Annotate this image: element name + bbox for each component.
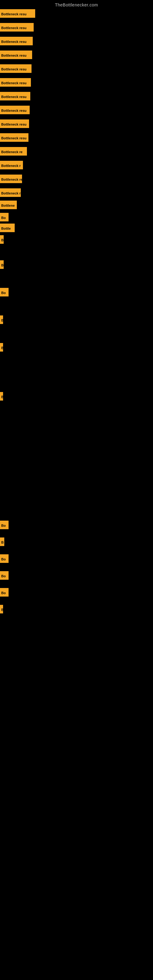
bar-item-12: Bottleneck re <box>0 175 22 183</box>
bar-item-9: Bottleneck resu <box>0 133 29 142</box>
bar-item-18: B <box>0 260 4 269</box>
bar-item-25: Bo <box>0 554 9 563</box>
bar-label-3: Bottleneck resu <box>0 51 32 59</box>
bar-label-18: B <box>0 260 4 269</box>
bar-label-21: B <box>0 343 3 352</box>
bar-item-20: B <box>0 315 3 324</box>
bar-label-9: Bottleneck resu <box>0 133 29 142</box>
bar-label-0: Bottleneck resu <box>0 9 35 18</box>
bar-label-28: B <box>0 605 3 613</box>
bar-label-24: B <box>0 538 4 546</box>
bar-item-6: Bottleneck resu <box>0 92 30 100</box>
site-title: TheBottlenecker.com <box>0 0 153 9</box>
bar-label-17: B <box>0 235 4 244</box>
bar-label-19: Bo <box>0 288 9 296</box>
bar-item-23: Bo <box>0 520 9 529</box>
bar-item-28: B <box>0 605 3 613</box>
bar-item-19: Bo <box>0 288 9 296</box>
bar-item-21: B <box>0 343 3 352</box>
bar-item-17: B <box>0 235 4 244</box>
bar-label-27: Bo <box>0 588 9 597</box>
bar-label-26: Bo <box>0 571 9 580</box>
bar-item-1: Bottleneck resu <box>0 23 33 32</box>
bar-label-7: Bottleneck resu <box>0 106 30 114</box>
bar-item-3: Bottleneck resu <box>0 51 32 59</box>
bar-item-13: Bottleneck r <box>0 188 21 197</box>
bar-item-10: Bottleneck re <box>0 147 27 156</box>
bar-label-25: Bo <box>0 554 9 563</box>
bar-label-20: B <box>0 315 3 324</box>
bar-label-4: Bottleneck resu <box>0 64 32 73</box>
bar-item-15: Bo <box>0 213 9 221</box>
bar-item-22: B <box>0 392 3 401</box>
bar-label-23: Bo <box>0 520 9 529</box>
bar-item-5: Bottleneck resu <box>0 78 31 87</box>
bar-item-24: B <box>0 538 4 546</box>
bar-item-0: Bottleneck resu <box>0 9 35 18</box>
bar-label-14: Bottlene <box>0 200 17 209</box>
bar-label-15: Bo <box>0 213 9 221</box>
bar-label-16: Bottle <box>0 224 15 232</box>
bar-label-12: Bottleneck re <box>0 175 22 183</box>
bar-label-13: Bottleneck r <box>0 188 21 197</box>
bar-label-22: B <box>0 392 3 401</box>
bar-label-6: Bottleneck resu <box>0 92 30 100</box>
bar-label-10: Bottleneck re <box>0 147 27 156</box>
bar-item-4: Bottleneck resu <box>0 64 32 73</box>
bar-item-11: Bottleneck r <box>0 161 23 169</box>
bar-item-26: Bo <box>0 571 9 580</box>
bar-item-7: Bottleneck resu <box>0 106 30 114</box>
bar-label-8: Bottleneck resu <box>0 119 29 128</box>
bar-label-5: Bottleneck resu <box>0 78 31 87</box>
bar-label-2: Bottleneck resu <box>0 37 33 45</box>
bar-item-27: Bo <box>0 588 9 597</box>
bar-label-1: Bottleneck resu <box>0 23 33 32</box>
bar-item-16: Bottle <box>0 224 15 232</box>
bar-item-2: Bottleneck resu <box>0 37 33 45</box>
bar-item-8: Bottleneck resu <box>0 119 29 128</box>
bar-label-11: Bottleneck r <box>0 161 23 169</box>
bar-item-14: Bottlene <box>0 200 17 209</box>
